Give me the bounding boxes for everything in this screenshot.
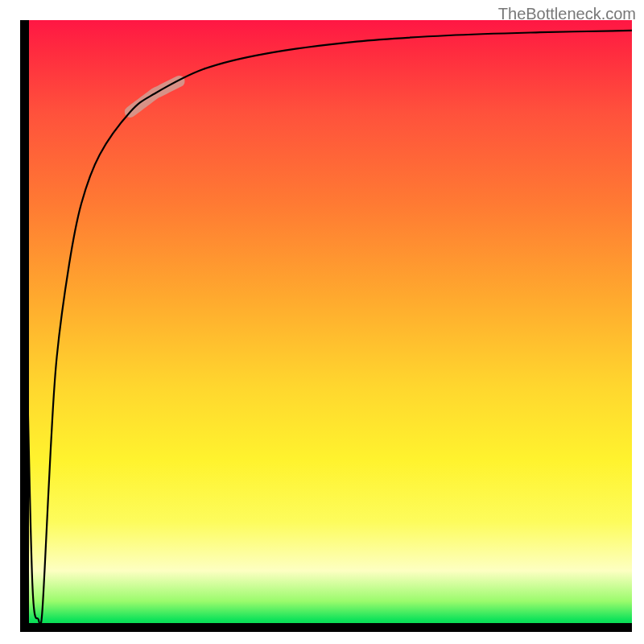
chart-plot-area: [20, 20, 632, 632]
bottleneck-curve: [20, 21, 632, 625]
chart-svg: [20, 20, 632, 632]
highlight-segment: [130, 81, 180, 112]
y-axis: [20, 20, 29, 632]
watermark-text: TheBottleneck.com: [498, 5, 636, 23]
x-axis: [20, 623, 632, 632]
